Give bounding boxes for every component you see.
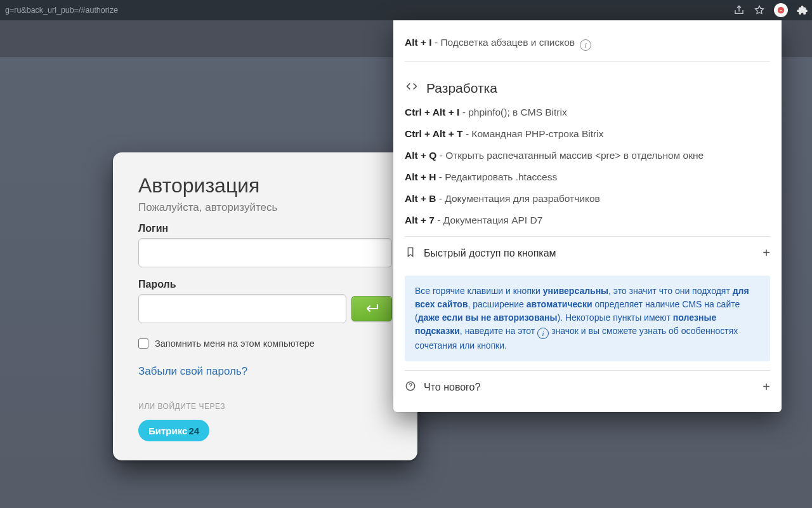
submit-button[interactable] bbox=[351, 296, 392, 321]
section-dev-header: Разработка bbox=[405, 79, 770, 97]
shortcut-ctrl-alt-t: Ctrl + Alt + T - Командная PHP-строка Bi… bbox=[405, 128, 770, 140]
enter-icon bbox=[363, 304, 380, 314]
bitrix24-num: 24 bbox=[188, 425, 199, 436]
shortcut-alt-i: Alt + I - Подсветка абзацев и списков i bbox=[405, 37, 770, 51]
browser-top-bar: g=ru&back_url_pub=/#authorize bbox=[0, 0, 812, 20]
login-subtitle: Пожалуйста, авторизуйтесь bbox=[138, 201, 392, 214]
extensions-puzzle-icon[interactable] bbox=[797, 4, 808, 16]
login-card: Авторизация Пожалуйста, авторизуйтесь Ло… bbox=[113, 152, 417, 460]
shortcut-alt-q: Alt + Q - Открыть распечатанный массив <… bbox=[405, 150, 770, 161]
svg-point-0 bbox=[778, 7, 785, 14]
quick-access-row[interactable]: Быстрый доступ по кнопкам + bbox=[405, 236, 770, 269]
chrome-right-icons bbox=[733, 3, 808, 17]
bitrix24-text: Битрикс bbox=[148, 425, 187, 436]
login-title: Авторизация bbox=[138, 174, 392, 197]
password-input[interactable] bbox=[138, 294, 346, 323]
remember-checkbox[interactable] bbox=[138, 338, 148, 349]
forgot-password-link[interactable]: Забыли свой пароль? bbox=[138, 365, 392, 378]
code-icon bbox=[405, 79, 419, 97]
shortcut-alt-h: Alt + H - Редактировать .htaccess bbox=[405, 171, 770, 183]
info-icon: i bbox=[537, 328, 549, 339]
share-icon[interactable] bbox=[733, 4, 745, 16]
extension-popup: Alt + I - Подсветка абзацев и списков i … bbox=[393, 20, 782, 412]
extension-active-icon[interactable] bbox=[774, 3, 788, 17]
shortcut-ctrl-alt-i: Ctrl + Alt + I - phpinfo(); в CMS Bitrix bbox=[405, 107, 770, 118]
shortcut-alt-b: Alt + B - Документация для разработчиков bbox=[405, 193, 770, 204]
remember-row[interactable]: Запомнить меня на этом компьютере bbox=[138, 338, 392, 349]
remember-label: Запомнить меня на этом компьютере bbox=[155, 338, 315, 349]
bookmark-star-icon[interactable] bbox=[754, 4, 765, 16]
expand-plus-icon[interactable]: + bbox=[763, 380, 770, 394]
shortcut-alt-7: Alt + 7 - Документация API D7 bbox=[405, 215, 770, 226]
bookmark-icon bbox=[405, 246, 416, 260]
help-icon bbox=[405, 380, 416, 394]
divider bbox=[405, 61, 770, 62]
expand-plus-icon[interactable]: + bbox=[763, 246, 770, 260]
hint-box: Все горячие клавиши и кнопки универсальн… bbox=[405, 276, 770, 361]
bitrix24-login-button[interactable]: Битрикс24 bbox=[138, 420, 209, 441]
login-input[interactable] bbox=[138, 238, 392, 267]
url-fragment: g=ru&back_url_pub=/#authorize bbox=[5, 6, 118, 15]
or-login-via-label: ИЛИ ВОЙДИТЕ ЧЕРЕЗ bbox=[138, 402, 392, 411]
whats-new-row[interactable]: Что нового? + bbox=[405, 370, 770, 403]
password-label: Пароль bbox=[138, 279, 392, 290]
info-icon[interactable]: i bbox=[580, 39, 591, 51]
login-label: Логин bbox=[138, 223, 392, 234]
